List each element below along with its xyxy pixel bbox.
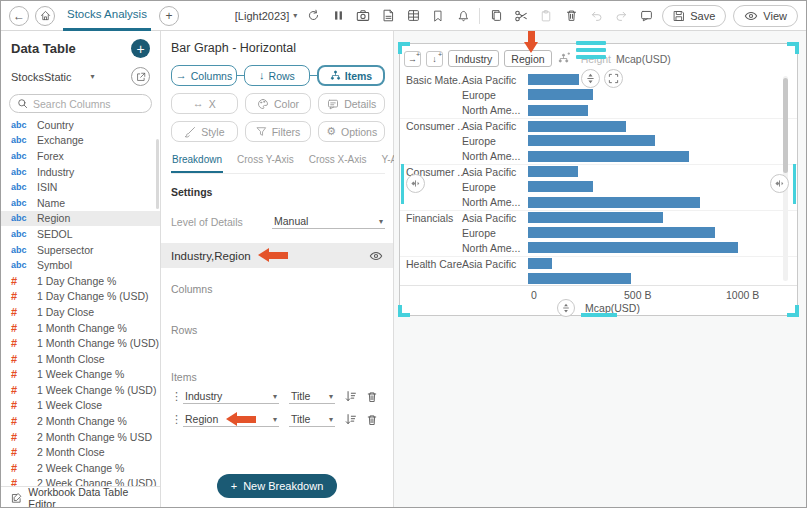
- trash-icon[interactable]: [366, 414, 378, 426]
- chart-bar[interactable]: [528, 181, 593, 192]
- export-pdf-button[interactable]: [379, 7, 397, 25]
- panel-drag-handle[interactable]: [576, 41, 606, 59]
- column-list-item[interactable]: abc Supersector: [1, 242, 160, 258]
- search-columns-input[interactable]: [33, 98, 143, 110]
- item-display-select[interactable]: Title ▾: [289, 412, 335, 427]
- column-list-item[interactable]: abc Industry: [1, 164, 160, 180]
- color-button[interactable]: Color: [245, 93, 312, 114]
- sort-icon[interactable]: [344, 413, 357, 426]
- paste-button[interactable]: [537, 7, 555, 25]
- style-button[interactable]: Style: [171, 121, 238, 142]
- chart-bar[interactable]: [528, 74, 579, 85]
- chart-bar[interactable]: [528, 135, 655, 146]
- column-list-item[interactable]: # 1 Day Change % (USD): [1, 289, 160, 305]
- column-list-item[interactable]: # 1 Month Change %: [1, 320, 160, 336]
- workbook-tab[interactable]: Stocks Analysis: [63, 1, 151, 31]
- item-display-select[interactable]: Title ▾: [289, 389, 335, 404]
- column-list-item[interactable]: # 1 Month Close: [1, 351, 160, 367]
- bookmark-button[interactable]: [429, 7, 447, 25]
- items-shelf-button[interactable]: Items: [317, 65, 385, 86]
- chart-bar[interactable]: [528, 166, 578, 177]
- column-list-item[interactable]: # 1 Week Close: [1, 398, 160, 414]
- chart-bar[interactable]: [528, 242, 738, 253]
- undo-button[interactable]: [587, 7, 605, 25]
- back-button[interactable]: ←: [9, 6, 29, 26]
- chart-scrollbar-thumb[interactable]: [783, 78, 788, 173]
- level-of-details-select[interactable]: Manual ▾: [272, 214, 385, 229]
- chevron-down-icon[interactable]: ▾: [91, 72, 95, 81]
- column-list-item[interactable]: # 1 Week Change %: [1, 367, 160, 383]
- add-sheet-button[interactable]: +: [159, 6, 179, 26]
- right-edge-handle[interactable]: [770, 174, 789, 193]
- column-list-item[interactable]: abc Country: [1, 117, 160, 133]
- add-row-breakdown-button[interactable]: ↓+: [426, 51, 443, 67]
- alerts-button[interactable]: [454, 7, 472, 25]
- save-button[interactable]: Save: [662, 5, 726, 27]
- tab-breakdown[interactable]: Breakdown: [171, 150, 223, 173]
- chart-bar[interactable]: [528, 151, 689, 162]
- column-list-item[interactable]: # 2 Week Change % (USD): [1, 476, 160, 486]
- columns-shelf-button[interactable]: → Columns: [171, 65, 237, 86]
- workbook-data-table-editor[interactable]: Workbook Data Table Editor: [1, 486, 160, 508]
- open-datasource-button[interactable]: [131, 67, 150, 86]
- x-axis-button[interactable]: ↔X: [171, 93, 238, 114]
- right-resize-bar[interactable]: [793, 164, 796, 204]
- copy-button[interactable]: [487, 7, 505, 25]
- column-list-item[interactable]: # 1 Day Change %: [1, 273, 160, 289]
- datasource-name[interactable]: StocksStatic: [11, 71, 72, 83]
- drag-handle-icon[interactable]: ⋮: [171, 390, 179, 403]
- bottom-resize-bar[interactable]: [581, 313, 617, 317]
- chart-bar[interactable]: [528, 121, 626, 132]
- add-data-table-button[interactable]: +: [131, 39, 150, 58]
- column-list-item[interactable]: # 1 Month Change % (USD): [1, 335, 160, 351]
- left-edge-handle[interactable]: [406, 174, 425, 193]
- item-field-select[interactable]: Industry ▾: [183, 389, 279, 404]
- column-list-item[interactable]: abc Region: [1, 211, 160, 227]
- add-breakdown-icon[interactable]: [557, 52, 570, 65]
- bar-graph-panel[interactable]: →+ ↓+ Industry Region Height Mcap(USD): [399, 43, 798, 316]
- column-list-item[interactable]: # 2 Week Change %: [1, 460, 160, 476]
- chart-bar[interactable]: [528, 89, 593, 100]
- chart-bar[interactable]: [528, 258, 552, 269]
- theme-selector[interactable]: [Light2023] ▾: [235, 10, 297, 22]
- chart-bar[interactable]: [528, 227, 715, 238]
- breakdown-row[interactable]: Industry,Region: [161, 243, 393, 268]
- trash-icon[interactable]: [366, 391, 378, 403]
- comments-button[interactable]: [637, 7, 655, 25]
- left-resize-bar[interactable]: [401, 164, 404, 204]
- column-list-item[interactable]: # 1 Day Close: [1, 304, 160, 320]
- redo-button[interactable]: [612, 7, 630, 25]
- snapshot-button[interactable]: [354, 7, 372, 25]
- height-field-value[interactable]: Mcap(USD): [616, 53, 671, 65]
- new-breakdown-button[interactable]: + New Breakdown: [217, 474, 338, 498]
- breakdown-chip-industry[interactable]: Industry: [448, 50, 499, 67]
- visibility-eye-icon[interactable]: [369, 249, 383, 263]
- pause-button[interactable]: [329, 7, 347, 25]
- refresh-button[interactable]: [304, 7, 322, 25]
- tab-cross-x-axis[interactable]: Cross X-Axis: [308, 150, 368, 173]
- tab-cross-y-axis[interactable]: Cross Y-Axis: [236, 150, 295, 173]
- home-button[interactable]: [35, 6, 55, 26]
- column-list-item[interactable]: abc Forex: [1, 148, 160, 164]
- delete-button[interactable]: [562, 7, 580, 25]
- column-list-item[interactable]: # 2 Month Close: [1, 444, 160, 460]
- column-list-item[interactable]: # 2 Month Change % USD: [1, 429, 160, 445]
- chart-bar[interactable]: [528, 212, 663, 223]
- chart-bar[interactable]: [528, 105, 588, 116]
- cut-button[interactable]: [512, 7, 530, 25]
- column-list-item[interactable]: abc Symbol: [1, 257, 160, 273]
- chart-bar[interactable]: [528, 197, 700, 208]
- sort-icon[interactable]: [344, 390, 357, 403]
- options-button[interactable]: ⚙ Options: [318, 121, 385, 142]
- details-button[interactable]: Details: [318, 93, 385, 114]
- column-list-item[interactable]: abc Name: [1, 195, 160, 211]
- filters-button[interactable]: Filters: [245, 121, 312, 142]
- column-list-item[interactable]: abc ISIN: [1, 179, 160, 195]
- column-list-item[interactable]: abc Exchange: [1, 133, 160, 149]
- column-list-item[interactable]: # 2 Month Change %: [1, 413, 160, 429]
- rows-shelf-button[interactable]: ↓ Rows: [244, 65, 310, 86]
- sidebar-scrollbar[interactable]: [156, 139, 159, 209]
- column-list-item[interactable]: # 1 Week Change % (USD): [1, 382, 160, 398]
- view-button[interactable]: View: [733, 5, 798, 27]
- fit-axis-button[interactable]: [557, 299, 575, 317]
